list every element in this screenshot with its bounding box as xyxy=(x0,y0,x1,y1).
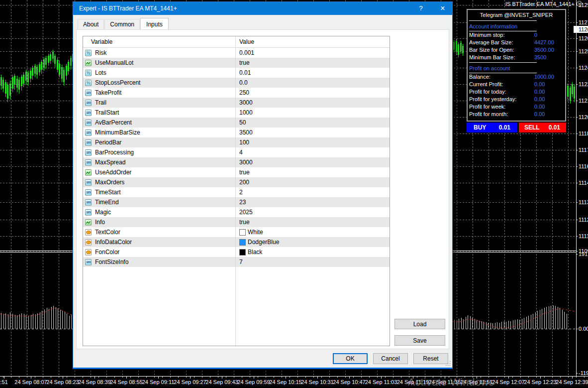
param-value: 0.0 xyxy=(239,78,248,88)
int-type-icon: 123 xyxy=(85,100,92,106)
param-row[interactable]: FonColorBlack xyxy=(83,247,390,257)
column-divider xyxy=(235,36,236,346)
param-value: 50 xyxy=(239,118,246,128)
svg-text:1113: 1113 xyxy=(579,199,588,205)
param-value-cell[interactable]: 0.0 xyxy=(235,78,390,88)
ok-button[interactable]: OK xyxy=(333,353,368,364)
param-name: TimeEnd xyxy=(95,197,119,207)
param-row[interactable]: ½Risk0.001 xyxy=(83,48,390,58)
param-row[interactable]: 123MaxOrders200 xyxy=(83,177,390,187)
load-button[interactable]: Load xyxy=(394,319,445,329)
tab-about[interactable]: About xyxy=(78,19,104,29)
param-name-cell: 123MaxOrders xyxy=(83,177,235,187)
param-value-cell[interactable]: Black xyxy=(235,247,390,257)
param-value-cell[interactable]: 200 xyxy=(235,177,390,187)
param-row[interactable]: UseManualLottrue xyxy=(83,58,390,68)
resize-grip[interactable] xyxy=(445,360,451,367)
tab-common[interactable]: Common xyxy=(104,19,140,29)
param-value-cell[interactable]: 250 xyxy=(235,88,390,98)
mt4-terminal: 1129112711261125112411221121112011181117… xyxy=(0,0,588,388)
tab-inputs[interactable]: Inputs xyxy=(140,18,169,30)
param-value-cell[interactable]: 0.01 xyxy=(235,68,390,78)
param-value-cell[interactable]: 50 xyxy=(235,118,390,128)
int-type-icon: 123 xyxy=(85,149,92,156)
param-row[interactable]: 123MaxSpread3000 xyxy=(83,157,390,167)
param-value: 23 xyxy=(239,197,246,207)
param-value-cell[interactable]: 0.001 xyxy=(235,48,390,58)
param-value-cell[interactable]: White xyxy=(235,227,390,237)
param-row[interactable]: 123Trail3000 xyxy=(83,98,390,108)
param-value: 250 xyxy=(239,88,249,98)
tab-strip: About Common Inputs xyxy=(73,15,452,29)
close-icon[interactable]: × xyxy=(435,2,450,15)
save-button[interactable]: Save xyxy=(394,335,445,346)
bool-type-icon xyxy=(85,169,92,176)
panel-row-value: 0.00 xyxy=(534,81,545,88)
dialog-titlebar[interactable]: Expert - IS BTTrader EA MT4_1441+ ? × xyxy=(73,2,452,15)
panel-row-label: Balance: xyxy=(469,74,490,80)
param-value: true xyxy=(239,217,250,227)
param-row[interactable]: 123TakeProfit250 xyxy=(83,88,390,98)
svg-text:24 Sep 10:47: 24 Sep 10:47 xyxy=(333,379,365,385)
param-value: true xyxy=(239,167,250,177)
param-value-cell[interactable]: 1000 xyxy=(235,108,390,118)
param-value-cell[interactable]: 4 xyxy=(235,147,390,157)
help-button[interactable]: ? xyxy=(413,2,428,15)
param-row[interactable]: 123TimeEnd23 xyxy=(83,197,390,207)
param-row[interactable]: UseAddOrdertrue xyxy=(83,167,390,177)
param-row[interactable]: 123MinimumBarSize3500 xyxy=(83,128,390,137)
param-row[interactable]: 123AvBarPercent50 xyxy=(83,118,390,128)
svg-text:24 Sep 08:23: 24 Sep 08:23 xyxy=(46,379,79,385)
param-value-cell[interactable]: 3000 xyxy=(235,98,390,108)
parameters-table: Variable Value ½Risk0.001UseManualLottru… xyxy=(83,36,390,346)
panel-sections: Account informationMinimum stop:0Average… xyxy=(468,23,565,118)
svg-text:1126: 1126 xyxy=(579,26,588,32)
param-value-cell[interactable]: 7 xyxy=(235,257,390,267)
param-value-cell[interactable]: DodgerBlue xyxy=(235,237,390,247)
int-type-icon: 123 xyxy=(85,199,92,206)
param-row[interactable]: 123TrailStart1000 xyxy=(83,108,390,118)
param-row[interactable]: 123PeriodBar100 xyxy=(83,137,390,147)
param-value-cell[interactable]: 3500 xyxy=(235,128,390,137)
param-row[interactable]: ½StopLossPercent0.0 xyxy=(83,78,390,88)
param-value-cell[interactable]: true xyxy=(235,167,390,177)
param-value-cell[interactable]: true xyxy=(235,58,390,68)
param-value-cell[interactable]: 2 xyxy=(235,187,390,197)
cancel-button[interactable]: Cancel xyxy=(373,353,408,364)
param-row[interactable]: 123Magic2025 xyxy=(83,207,390,217)
int-type-icon: 123 xyxy=(85,189,92,196)
param-name-cell: ½Lots xyxy=(83,68,235,78)
sell-button[interactable]: SELL 0.01 xyxy=(519,123,566,132)
param-name: MaxOrders xyxy=(95,177,124,187)
reset-button[interactable]: Reset xyxy=(413,353,448,364)
info-panel: Telegram @INVEST_SNIPER Account informat… xyxy=(467,9,566,122)
svg-text:24 Sep 11:03: 24 Sep 11:03 xyxy=(365,379,397,385)
param-value: 3000 xyxy=(239,157,253,167)
param-value-cell[interactable]: true xyxy=(235,217,390,227)
svg-text:1125: 1125 xyxy=(579,48,588,54)
param-row[interactable]: Infotrue xyxy=(83,217,390,227)
panel-row: Profit for month:0.00 xyxy=(469,111,565,118)
param-row[interactable]: 123BarProcessing4 xyxy=(83,147,390,157)
param-row[interactable]: ½Lots0.01 xyxy=(83,68,390,78)
buy-button[interactable]: BUY 0.01 xyxy=(467,123,517,132)
param-name: Info xyxy=(95,217,105,227)
svg-text:1114: 1114 xyxy=(579,180,588,186)
param-row[interactable]: TextColorWhite xyxy=(83,227,390,237)
panel-row-label: Minimum stop: xyxy=(469,32,505,38)
param-row[interactable]: InfoDataColorDodgerBlue xyxy=(83,237,390,247)
svg-text:1117: 1117 xyxy=(579,147,588,153)
panel-row: Balance:1000.00 xyxy=(469,73,565,81)
panel-row: Minimum stop:0 xyxy=(469,31,565,39)
param-value: 0.001 xyxy=(239,48,254,58)
panel-row-label: Average Bar Size: xyxy=(469,39,513,45)
param-row[interactable]: 123TimeStart2 xyxy=(83,187,390,197)
panel-row: Profit for today:0.00 xyxy=(469,88,565,96)
param-value-cell[interactable]: 2025 xyxy=(235,207,390,217)
param-value-cell[interactable]: 3000 xyxy=(235,157,390,167)
param-value-cell[interactable]: 100 xyxy=(235,137,390,147)
svg-text:24 Sep 10:15: 24 Sep 10:15 xyxy=(269,379,301,385)
param-row[interactable]: 123FontSizeInfo7 xyxy=(83,257,390,267)
param-name-cell: 123TakeProfit xyxy=(83,88,235,98)
param-value-cell[interactable]: 23 xyxy=(235,197,390,207)
